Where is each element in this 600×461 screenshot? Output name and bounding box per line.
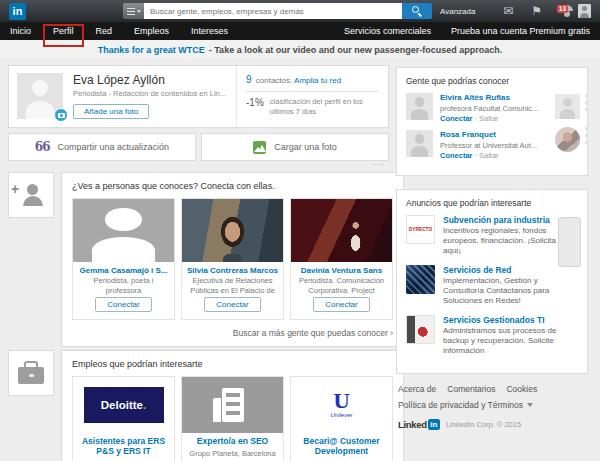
ad-title-link[interactable]: Servicios Gestionados TI (443, 315, 578, 325)
job-tile: Experto/a en SEO Grupo Planeta, Barcelon… (181, 376, 284, 461)
connect-button[interactable]: Conectar (95, 297, 151, 312)
unilever-logo: U (333, 392, 350, 411)
notification-badge: 13 (557, 5, 568, 13)
contacts-count: 9 (246, 74, 252, 85)
search-scope-dropdown[interactable] (123, 3, 144, 19)
find-more-people-link[interactable]: Buscar a más gente que puedas conocer › (72, 328, 393, 338)
pymk-title: ¿Ves a personas que conoces? Conecta con… (72, 181, 393, 191)
pymk-tile: Silvia Contreras Marcos Ejecutiva de Rel… (181, 198, 284, 320)
ad-thumbnail[interactable] (406, 265, 435, 294)
add-connections-module-icon: + (8, 172, 54, 218)
jobs-module: Empleos que podrían interesarte Deloitte… (61, 350, 404, 461)
job-company: Grupo Planeta, Barcelona (182, 446, 283, 461)
job-title-link[interactable]: Experto/a en SEO (182, 433, 283, 446)
person-photo[interactable] (73, 199, 174, 262)
profile-name: Eva López Ayllón (73, 73, 226, 87)
profile-avatar[interactable] (17, 73, 63, 119)
banner-link[interactable]: Thanks for a great WTCE (98, 45, 205, 55)
job-title-link[interactable]: Asistentes para ERS P&S y ERS IT (73, 433, 174, 456)
copyright-text: LinkedIn Corp. © 2015 (446, 420, 521, 429)
person-description: Periodista. Comunicación Corporativa. Pr… (291, 275, 392, 295)
jobs-title: Empleos que podrían interesarte (72, 359, 393, 369)
person-name-link[interactable]: Silvia Contreras Marcos (182, 266, 283, 275)
promo-banner: Thanks for a great WTCE - Take a look at… (0, 40, 600, 59)
connect-button[interactable]: Conectar (204, 297, 260, 312)
connect-link[interactable]: Conectar (440, 151, 473, 160)
connect-button[interactable]: Conectar (313, 297, 369, 312)
nav-intereses[interactable]: Intereses (191, 26, 228, 36)
footer-link-acerca[interactable]: Acerca de (398, 384, 436, 394)
caret-down-icon (527, 403, 533, 407)
search-bar: Avanzada (123, 3, 475, 19)
deloitte-logo: Deloitte. (84, 387, 164, 423)
contacts-label: contactos. (256, 76, 292, 85)
upload-photo-button[interactable]: Cargar una foto (201, 133, 389, 161)
person-name-link[interactable]: Gemma Casamajó i S... (73, 266, 174, 275)
company-logo[interactable]: Deloitte. (73, 377, 174, 433)
main-nav: Inicio Perfil Red Empleos Intereses Serv… (0, 22, 600, 40)
linkedin-logo[interactable]: in (9, 3, 26, 20)
person-name-link[interactable]: Rosa Franquet (440, 130, 537, 139)
quote-icon: 66 (35, 142, 50, 152)
connect-link[interactable]: Conectar (440, 114, 473, 123)
building-icon (222, 388, 244, 422)
nav-inicio[interactable]: Inicio (10, 26, 31, 36)
job-tile: U Unilever Becari@ Customer Development … (290, 376, 393, 461)
pymk-tile: Davinia Ventura Sans Periodista. Comunic… (290, 198, 393, 320)
skip-link[interactable]: Saltar (479, 151, 499, 160)
footer-link-cookies[interactable]: Cookies (506, 384, 537, 394)
notifications-flag-icon[interactable]: ⚑ (531, 5, 542, 17)
skip-link[interactable]: Saltar (479, 114, 499, 123)
share-update-label: Compartir una actualización (58, 142, 170, 152)
sidebar-person-row: Elvira Altés Rufias profesora Facultat C… (406, 93, 578, 123)
footer-privacy-dropdown[interactable]: Política de privacidad y Términos (398, 400, 586, 410)
person-avatar (555, 127, 580, 152)
search-button[interactable] (402, 3, 432, 19)
messages-icon[interactable]: ✉ (503, 5, 513, 17)
footer: Acerca de Comentarios Cookies Política d… (396, 374, 588, 430)
ad-side-widget (558, 217, 581, 267)
job-tile: Deloitte. Asistentes para ERS P&S y ERS … (72, 376, 175, 461)
job-company: Deloitte, Barcelona-Cataluña, Aragón y (73, 456, 174, 461)
person-name-link[interactable]: Davinia Ventura Sans (291, 266, 392, 275)
feed-options-menu[interactable]: ··· (8, 161, 389, 169)
ad-thumbnail[interactable] (406, 315, 435, 344)
nav-red[interactable]: Red (96, 26, 113, 36)
person-photo[interactable] (182, 199, 283, 262)
add-photo-button[interactable]: Añade una foto (73, 104, 149, 119)
nav-empleos[interactable]: Empleos (134, 26, 169, 36)
person-photo[interactable] (291, 199, 392, 262)
person-name-link[interactable]: Elvira Altés Rufias (440, 93, 538, 102)
person-avatar[interactable] (406, 130, 433, 157)
ad-description: Implementación, Gestión y Consultoría Co… (443, 276, 578, 306)
person-description: profesora Facultat Comunic... (440, 104, 538, 113)
grow-network-link[interactable]: Amplia tu red (294, 76, 341, 85)
job-company: Unilever, Spain-Barcelona-Viladecans (291, 456, 392, 461)
ad-title-link[interactable]: Servicios de Red (443, 265, 578, 275)
advanced-search-link[interactable]: Avanzada (440, 7, 475, 16)
sidebar-pymk-title: Gente que podrías conocer (406, 76, 578, 86)
ad-item: DYRECTO Subvención para industria Incent… (406, 215, 578, 256)
pymk-tile: Gemma Casamajó i S... Periodista, poeta … (72, 198, 175, 320)
ad-thumbnail[interactable]: DYRECTO (406, 215, 435, 244)
person-avatar[interactable] (406, 93, 433, 120)
ad-item: Servicios Gestionados TI Administramos s… (406, 315, 578, 356)
nav-servicios-comerciales[interactable]: Servicios comerciales (344, 26, 431, 36)
person-description: Ejecutiva de Relaciones Públicas en El P… (182, 275, 283, 295)
linkedin-in-icon: in (428, 419, 440, 430)
sidebar-person-row: Rosa Franquet Professor at Universitat A… (406, 130, 578, 160)
company-logo[interactable]: U Unilever (291, 377, 392, 433)
pymk-module: ¿Ves a personas que conoces? Conecta con… (61, 172, 404, 347)
add-person-icon: + (19, 184, 43, 206)
account-avatar-icon[interactable] (578, 4, 591, 18)
search-input[interactable] (144, 3, 402, 19)
nav-premium[interactable]: Prueba una cuenta Premium gratis (451, 26, 590, 36)
share-update-button[interactable]: 66 Compartir una actualización (8, 133, 196, 161)
company-logo[interactable] (182, 377, 283, 433)
job-title-link[interactable]: Becari@ Customer Development (291, 433, 392, 456)
profile-stats: 9 contactos. Amplia tu red -1% clasifica… (236, 66, 388, 127)
sidebar-pymk-card: Gente que podrías conocer Elvira Altés R… (396, 67, 588, 176)
camera-icon[interactable] (54, 108, 68, 122)
footer-link-comentarios[interactable]: Comentarios (447, 384, 495, 394)
dyrecto-logo: DYRECTO (409, 227, 432, 232)
